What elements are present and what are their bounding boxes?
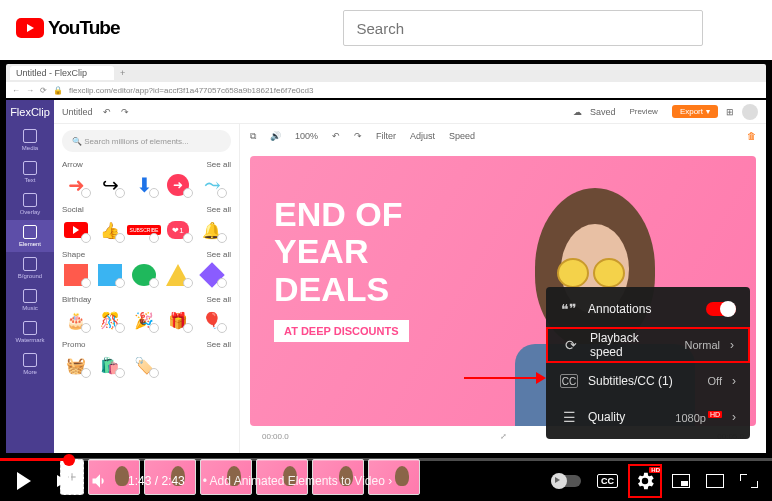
sidebar-label: Media xyxy=(22,145,38,151)
menu-annotations[interactable]: ❝❞ Annotations xyxy=(546,291,750,327)
filter-button[interactable]: Filter xyxy=(376,131,396,141)
sidebar-item-overlay[interactable]: Overlay xyxy=(6,188,54,220)
element-bell-icon[interactable]: 🔔 xyxy=(198,218,226,242)
element-diamond-purple[interactable] xyxy=(198,263,226,287)
element-bag-icon[interactable]: 🛍️ xyxy=(96,353,124,377)
see-all-link[interactable]: See all xyxy=(207,205,231,214)
doc-name[interactable]: Untitled xyxy=(62,107,93,117)
element-sale-tag[interactable]: 🏷️ xyxy=(130,353,158,377)
cc-button[interactable]: CC xyxy=(597,474,618,488)
miniplayer-button[interactable] xyxy=(672,474,690,488)
layers-icon[interactable]: ⧉ xyxy=(250,131,256,142)
sidebar-item-more[interactable]: More xyxy=(6,348,54,380)
fullscreen-button[interactable] xyxy=(740,474,758,488)
see-all-link[interactable]: See all xyxy=(207,160,231,169)
element-arrow-circle[interactable]: ➜ xyxy=(164,173,192,197)
element-party-icon[interactable]: 🎉 xyxy=(130,308,158,332)
see-all-link[interactable]: See all xyxy=(207,250,231,259)
annotation-arrow xyxy=(464,377,544,379)
sidebar-label: Text xyxy=(24,177,35,183)
youtube-header: YouTube xyxy=(0,0,772,56)
undo2-icon[interactable]: ↶ xyxy=(332,131,340,141)
chapter-display[interactable]: • Add Animated Elements to Video › xyxy=(203,474,392,488)
menu-label: Subtitles/CC (1) xyxy=(588,374,698,388)
reload-icon[interactable]: ⟳ xyxy=(40,86,47,95)
undo-icon[interactable]: ↶ xyxy=(103,107,111,117)
browser-tab[interactable]: Untitled - FlexClip xyxy=(10,66,114,80)
sidebar-item-music[interactable]: Music xyxy=(6,284,54,316)
sidebar-item-media[interactable]: Media xyxy=(6,124,54,156)
element-square-red[interactable] xyxy=(62,263,90,287)
element-youtube-icon[interactable] xyxy=(62,218,90,242)
flexclip-logo[interactable]: FlexClip xyxy=(6,100,54,124)
menu-value: 1080pHD xyxy=(675,411,722,424)
menu-subtitles[interactable]: CC Subtitles/CC (1) Off › xyxy=(546,363,750,399)
grid-icon[interactable]: ⊞ xyxy=(726,107,734,117)
element-square-blue[interactable] xyxy=(96,263,124,287)
element-triangle-yellow[interactable] xyxy=(164,263,192,287)
search-box xyxy=(343,10,703,46)
volume-icon[interactable]: 🔊 xyxy=(270,131,281,141)
cc-icon: CC xyxy=(560,374,578,388)
element-arrow-curve[interactable]: ↪ xyxy=(96,173,124,197)
element-arrow-right-red[interactable]: ➜ xyxy=(62,173,90,197)
delete-icon[interactable]: 🗑 xyxy=(747,131,756,141)
lock-icon: 🔒 xyxy=(53,86,63,95)
zoom-level[interactable]: 100% xyxy=(295,131,318,141)
promo-line1: END OF xyxy=(274,195,402,233)
export-button[interactable]: Export▾ xyxy=(672,105,718,118)
play-button[interactable] xyxy=(14,471,34,491)
section-title: Promo xyxy=(62,340,86,349)
toggle-on[interactable] xyxy=(706,302,736,316)
sidebar-label: Music xyxy=(22,305,38,311)
sidebar-item-background[interactable]: B/ground xyxy=(6,252,54,284)
youtube-logo[interactable]: YouTube xyxy=(16,17,119,39)
element-gift-icon[interactable]: 🎁 xyxy=(164,308,192,332)
sidebar-item-watermark[interactable]: Watermark xyxy=(6,316,54,348)
menu-quality[interactable]: ☰ Quality 1080pHD › xyxy=(546,399,750,435)
back-icon[interactable]: ← xyxy=(12,86,20,95)
sidebar-item-text[interactable]: Text xyxy=(6,156,54,188)
element-subscribe-badge[interactable]: SUBSCRIBE xyxy=(130,218,158,242)
elements-search[interactable]: 🔍 Search millions of elements... xyxy=(62,130,231,152)
element-cake-icon[interactable]: 🎂 xyxy=(62,308,90,332)
menu-value: Off xyxy=(708,375,722,387)
menu-label: Annotations xyxy=(588,302,696,316)
watermark-icon xyxy=(23,321,37,335)
section-title: Birthday xyxy=(62,295,91,304)
see-all-link[interactable]: See all xyxy=(207,295,231,304)
volume-button[interactable] xyxy=(90,471,110,491)
element-arrow-down-blue[interactable]: ⬇ xyxy=(130,173,158,197)
section-birthday: BirthdaySee all 🎂 🎊 🎉 🎁 🎈 xyxy=(62,295,231,332)
forward-icon[interactable]: → xyxy=(26,86,34,95)
menu-playback-speed[interactable]: ⟳ Playback speed Normal › xyxy=(546,327,750,363)
next-button[interactable] xyxy=(52,471,72,491)
player-controls: 1:43 / 2:43 • Add Animated Elements to V… xyxy=(0,461,772,501)
speed-button[interactable]: Speed xyxy=(449,131,475,141)
expand-icon[interactable]: ⤢ xyxy=(500,432,507,441)
adjust-button[interactable]: Adjust xyxy=(410,131,435,141)
element-thumbs-up-icon[interactable]: 👍 xyxy=(96,218,124,242)
element-balloon-icon[interactable]: 🎈 xyxy=(198,308,226,332)
redo-icon[interactable]: ↷ xyxy=(121,107,129,117)
new-tab-button[interactable]: + xyxy=(120,68,125,78)
chevron-right-icon: › xyxy=(732,410,736,424)
autoplay-toggle[interactable] xyxy=(551,475,581,487)
element-like-bubble[interactable]: ❤1 xyxy=(164,218,192,242)
youtube-brand-text: YouTube xyxy=(48,17,119,39)
theater-button[interactable] xyxy=(706,474,724,488)
url-text[interactable]: flexclip.com/editor/app?id=accf3f1a47705… xyxy=(69,86,313,95)
element-arrow-zigzag[interactable]: ⤳ xyxy=(198,173,226,197)
element-circle-green[interactable] xyxy=(130,263,158,287)
section-arrow: ArrowSee all ➜ ↪ ⬇ ➜ ⤳ xyxy=(62,160,231,197)
redo2-icon[interactable]: ↷ xyxy=(354,131,362,141)
element-basket-icon[interactable]: 🧺 xyxy=(62,353,90,377)
settings-button[interactable]: HD xyxy=(634,470,656,492)
element-confetti-icon[interactable]: 🎊 xyxy=(96,308,124,332)
sidebar-item-element[interactable]: Element xyxy=(6,220,54,252)
element-icon xyxy=(23,225,37,239)
preview-button[interactable]: Preview xyxy=(623,105,663,118)
search-input[interactable] xyxy=(343,10,703,46)
see-all-link[interactable]: See all xyxy=(207,340,231,349)
avatar[interactable] xyxy=(742,104,758,120)
